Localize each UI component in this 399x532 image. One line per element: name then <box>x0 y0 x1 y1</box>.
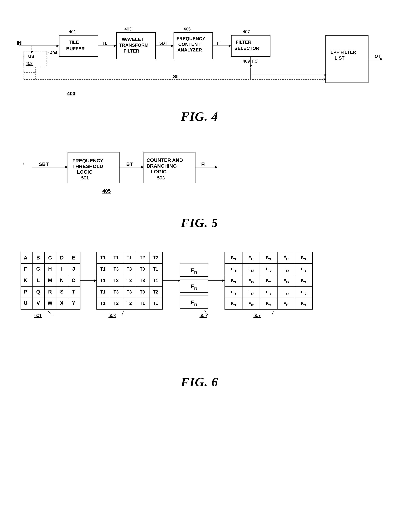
svg-text:607: 607 <box>253 313 261 318</box>
svg-text:BRANCHING: BRANCHING <box>146 163 177 169</box>
svg-text:OT: OT <box>375 54 381 59</box>
svg-text:603: 603 <box>108 313 116 318</box>
svg-text:Y: Y <box>72 300 75 306</box>
grid-605: FT1 FT2 FT3 605 <box>180 264 208 318</box>
svg-line-111 <box>48 311 53 315</box>
svg-text:T3: T3 <box>140 278 145 283</box>
svg-text:ANALYZER: ANALYZER <box>177 47 202 52</box>
svg-text:L: L <box>37 278 40 283</box>
svg-text:THRESHOLD: THRESHOLD <box>72 164 103 169</box>
svg-text:FT1: FT1 <box>266 255 271 261</box>
svg-marker-65 <box>141 166 144 168</box>
svg-text:FT3: FT3 <box>248 290 254 295</box>
svg-text:Q: Q <box>36 289 40 295</box>
svg-text:F: F <box>24 266 27 272</box>
svg-text:FT1: FT1 <box>191 268 197 274</box>
fig5-caption: FIG. 5 <box>14 215 385 230</box>
svg-text:FT2: FT2 <box>266 301 271 307</box>
svg-text:T2: T2 <box>153 290 158 294</box>
svg-text:TL: TL <box>102 41 107 45</box>
svg-text:A: A <box>24 255 27 260</box>
svg-text:E: E <box>72 255 75 260</box>
svg-text:T1: T1 <box>100 255 105 260</box>
svg-text:T2: T2 <box>140 255 145 260</box>
svg-marker-56 <box>65 166 68 168</box>
svg-text:J: J <box>72 266 75 272</box>
svg-text:CONTENT: CONTENT <box>178 42 201 47</box>
svg-text:S: S <box>60 289 63 295</box>
grid-601: A B C D E F G H I J K L M N O P Q R S T … <box>21 252 80 318</box>
svg-text:405: 405 <box>102 188 111 194</box>
grid-607: FT1 FT1 FT1 FT2 FT2 FT1 FT3 FT3 FT3 FT1 … <box>225 252 312 318</box>
svg-text:G: G <box>36 266 40 272</box>
svg-text:T1: T1 <box>100 267 105 272</box>
svg-text:T1: T1 <box>140 301 145 306</box>
svg-text:FT1: FT1 <box>231 255 236 261</box>
svg-text:FT1: FT1 <box>301 301 306 307</box>
svg-text:B: B <box>36 255 40 260</box>
svg-text:~404: ~404 <box>48 51 57 55</box>
svg-text:FREQUENCY: FREQUENCY <box>72 158 103 163</box>
svg-text:FT1: FT1 <box>284 301 289 307</box>
svg-text:FT2: FT2 <box>301 290 306 295</box>
svg-text:T2: T2 <box>114 301 119 306</box>
svg-text:X: X <box>60 300 63 306</box>
svg-marker-41 <box>249 65 252 68</box>
svg-text:503: 503 <box>157 175 165 181</box>
svg-text:601: 601 <box>34 313 42 318</box>
svg-text:FT3: FT3 <box>284 267 289 272</box>
svg-text:LOGIC: LOGIC <box>77 169 93 175</box>
svg-text:H: H <box>48 266 52 272</box>
svg-text:O: O <box>72 278 76 283</box>
svg-text:FT2: FT2 <box>248 301 254 307</box>
ini-label: INI <box>17 40 23 46</box>
svg-rect-44 <box>326 35 368 83</box>
svg-text:FILTER: FILTER <box>236 39 251 45</box>
svg-rect-156 <box>180 296 208 309</box>
svg-text:T3: T3 <box>140 290 145 294</box>
svg-text:T2: T2 <box>127 301 132 306</box>
svg-text:SELECTOR: SELECTOR <box>234 46 259 51</box>
svg-text:T3: T3 <box>140 267 145 272</box>
svg-text:T1: T1 <box>100 278 105 283</box>
svg-text:FT3: FT3 <box>248 278 254 284</box>
svg-text:FT3: FT3 <box>266 278 271 284</box>
svg-text:T3: T3 <box>127 278 132 283</box>
svg-text:T3: T3 <box>114 267 119 272</box>
svg-text:SBT: SBT <box>159 41 167 45</box>
figure-6: A B C D E F G H I J K L M N O P Q R S T … <box>14 241 385 368</box>
svg-text:FT1: FT1 <box>248 255 254 261</box>
svg-marker-26 <box>171 44 174 47</box>
svg-text:BUFFER: BUFFER <box>66 46 85 51</box>
svg-text:T3: T3 <box>114 290 119 294</box>
svg-text:US: US <box>28 54 34 59</box>
svg-text:BT: BT <box>126 161 133 167</box>
svg-text:FT1: FT1 <box>231 301 236 307</box>
svg-text:P: P <box>24 289 27 295</box>
svg-text:T1: T1 <box>114 255 119 260</box>
svg-text:409: 409 <box>243 59 250 63</box>
svg-text:FT3: FT3 <box>266 290 271 295</box>
svg-text:M: M <box>48 278 52 283</box>
svg-text:403: 403 <box>125 27 132 31</box>
svg-text:FT3: FT3 <box>191 300 197 306</box>
svg-text:T1: T1 <box>153 267 158 272</box>
svg-rect-154 <box>180 280 208 293</box>
svg-text:FT2: FT2 <box>301 255 306 261</box>
svg-text:FREQUENCY: FREQUENCY <box>177 36 205 41</box>
svg-text:T2: T2 <box>153 255 158 260</box>
svg-marker-34 <box>229 44 231 47</box>
svg-text:WAVELET: WAVELET <box>122 37 144 42</box>
svg-text:FI: FI <box>201 161 206 167</box>
svg-text:FI: FI <box>217 41 221 45</box>
svg-text:SII: SII <box>173 74 179 79</box>
svg-text:FT1: FT1 <box>231 267 236 272</box>
svg-text:FT1: FT1 <box>231 290 236 295</box>
svg-text:T3: T3 <box>114 278 119 283</box>
svg-text:FILTER: FILTER <box>124 48 139 54</box>
svg-text:T3: T3 <box>127 290 132 294</box>
svg-text:R: R <box>48 289 52 295</box>
svg-text:FT1: FT1 <box>301 267 306 272</box>
svg-text:D: D <box>60 255 64 260</box>
svg-text:W: W <box>48 300 52 306</box>
